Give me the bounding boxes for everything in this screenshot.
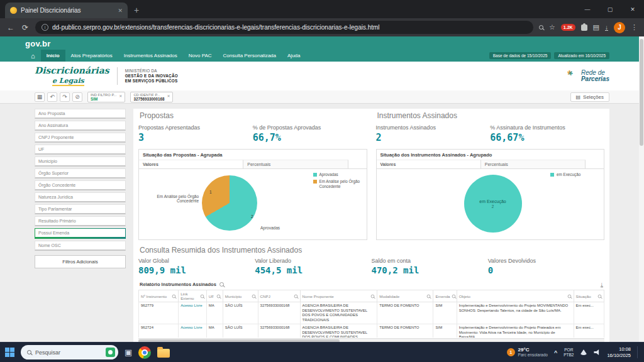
acesso-livre-link[interactable]: Acesso Livre	[179, 324, 207, 337]
sidebar-filter-orgao-concedente[interactable]: Órgão Concedente	[35, 180, 126, 190]
chart-situacao-propostas[interactable]: Situação das Propostas - Agrupada Valore…	[138, 149, 367, 240]
col-situacao[interactable]: Situação	[574, 290, 604, 302]
table-search-icon[interactable]	[219, 282, 224, 287]
step-forward-icon[interactable]: ↷	[60, 92, 70, 102]
weather-widget[interactable]: 1 29°C Parc ensolarado	[507, 347, 548, 358]
file-explorer-icon[interactable]	[157, 349, 170, 358]
table-row[interactable]: 962779 Acesso Livre MA SÃO LUÍS 32756933…	[139, 302, 604, 324]
table-row[interactable]: 962724 Acesso Livre MA SÃO LUÍS 32756933…	[139, 324, 604, 337]
side-panel-icon[interactable]: ▤	[593, 23, 599, 31]
column-search-icon[interactable]	[252, 294, 255, 298]
site-info-icon[interactable]: i	[42, 24, 48, 31]
tab-close-icon[interactable]: ✕	[118, 8, 123, 14]
start-button[interactable]	[5, 348, 14, 357]
selections-button[interactable]: ▤ Seleções	[570, 92, 609, 102]
column-search-icon[interactable]	[172, 294, 176, 298]
kpi-saldo-em-conta[interactable]: Saldo em conta 470,2 mil	[372, 258, 488, 275]
col-cnpj[interactable]: CNPJ	[258, 290, 300, 302]
chart-situacao-instrumentos[interactable]: Situação dos Instrumentos Assinados - Ag…	[376, 149, 605, 240]
filtros-adicionais-button[interactable]: Filtros Adicionais	[35, 255, 126, 268]
nav-instrumentos-assinados[interactable]: Instrumentos Assinados	[118, 50, 183, 62]
kpi-propostas-apresentadas[interactable]: Propostas Apresentadas 3	[138, 124, 253, 143]
sidebar-filter-orgao-superior[interactable]: Órgão Superior	[35, 168, 126, 178]
kpi-instrumentos-assinados[interactable]: Instrumentos Assinados 2	[376, 124, 491, 143]
kpi-assinatura-pct[interactable]: % Assinatura de Instrumentos 66,67%	[490, 124, 604, 143]
nav-atos-preparatorios[interactable]: Atos Preparatórios	[65, 50, 118, 62]
sidebar-filter-possui-emenda[interactable]: Possui Emenda	[35, 228, 126, 239]
table-horizontal-scrollbar[interactable]	[138, 338, 604, 342]
legend-label[interactable]: em Execução	[557, 172, 580, 177]
column-search-icon[interactable]	[452, 294, 455, 298]
task-view-icon[interactable]: ▣	[125, 348, 132, 357]
chip-close-icon[interactable]: ✕	[167, 94, 170, 98]
tab-valores-propostas[interactable]: Valores	[139, 160, 243, 168]
acesso-livre-link[interactable]: Acesso Livre	[179, 302, 207, 324]
volume-icon[interactable]	[594, 349, 601, 355]
kpi-valores-devolvidos[interactable]: Valores Devolvidos 0	[488, 258, 604, 275]
window-close-button[interactable]: ✕	[621, 6, 644, 13]
scrollbar-thumb[interactable]	[138, 339, 340, 342]
column-search-icon[interactable]	[201, 294, 204, 298]
govbr-logo[interactable]: gov.br	[0, 36, 644, 50]
zoom-icon[interactable]	[539, 25, 543, 30]
column-search-icon[interactable]	[371, 294, 375, 298]
sidebar-filter-nome-osc[interactable]: Nome OSC	[35, 241, 126, 251]
sidebar-filter-ano-proposta[interactable]: Ano Proposta	[35, 109, 126, 119]
selections-grid-icon[interactable]: ▦	[35, 92, 45, 102]
sidebar-filter-uf[interactable]: UF	[35, 145, 126, 155]
col-emenda[interactable]: Emenda	[433, 290, 457, 302]
nav-consulta-personalizada[interactable]: Consulta Personalizada	[218, 50, 282, 62]
language-indicator[interactable]: POR PTB2	[564, 348, 574, 358]
col-modalidade[interactable]: Modalidade	[377, 290, 433, 302]
col-municipio[interactable]: Município	[223, 290, 258, 302]
window-maximize-button[interactable]: ▢	[599, 6, 621, 13]
col-objeto[interactable]: Objeto	[457, 290, 574, 302]
taskbar-search[interactable]: Pesquisar	[21, 345, 118, 359]
wifi-icon[interactable]	[580, 349, 587, 355]
legend-label[interactable]: Aprovadas	[319, 172, 338, 177]
profile-avatar[interactable]: J	[614, 22, 625, 33]
url-bar[interactable]: i dd-publico.serpro.gov.br/extensions/tr…	[35, 21, 533, 34]
nav-novo-pac[interactable]: Novo PAC	[183, 50, 218, 62]
sidebar-filter-municipio[interactable]: Município	[35, 156, 126, 167]
download-icon[interactable]: ↓	[605, 25, 608, 31]
column-search-icon[interactable]	[217, 294, 221, 298]
show-desktop-strip[interactable]	[637, 346, 639, 358]
column-search-icon[interactable]	[598, 294, 602, 298]
nav-ajuda[interactable]: Ajuda	[282, 50, 306, 62]
sidebar-filter-resultado-primario[interactable]: Resultado Primário	[35, 216, 126, 226]
window-minimize-button[interactable]: —	[576, 6, 599, 13]
browser-tab[interactable]: Painel Discricionárias ✕	[5, 3, 128, 18]
kpi-valor-liberado[interactable]: Valor Liberado 454,5 mil	[255, 258, 371, 275]
step-back-icon[interactable]: ↶	[47, 92, 57, 102]
chrome-taskbar-icon[interactable]	[138, 346, 151, 359]
filter-chip-ind-filtro[interactable]: IND FILTRO P... SIM ✕	[87, 92, 125, 102]
adblock-badge[interactable]: 1.2K	[561, 24, 575, 31]
chip-close-icon[interactable]: ✕	[119, 94, 122, 98]
col-nome-proponente[interactable]: Nome Proponente	[300, 290, 377, 302]
extensions-puzzle-icon[interactable]	[581, 25, 587, 31]
taskbar-clock[interactable]: 10:08 16/10/2025	[607, 346, 631, 358]
kpi-propostas-aprovadas-pct[interactable]: % de Propostas Aprovadas 66,7%	[253, 124, 367, 143]
home-icon[interactable]: ⌂	[25, 50, 41, 62]
tab-percentuais-instrumentos[interactable]: Percentuais	[481, 160, 586, 168]
bookmark-star-icon[interactable]: ☆	[549, 23, 555, 31]
col-uf[interactable]: UF	[206, 290, 223, 302]
column-search-icon[interactable]	[567, 294, 571, 298]
column-search-icon[interactable]	[427, 294, 431, 298]
col-n-instrumento[interactable]: Nº Instrumento	[139, 290, 179, 302]
tab-valores-instrumentos[interactable]: Valores	[377, 160, 481, 168]
kpi-valor-global[interactable]: Valor Global 809,9 mil	[138, 258, 255, 275]
sidebar-filter-ano-assinatura[interactable]: Ano Assinatura	[35, 121, 126, 131]
sidebar-filter-tipo-parlamentar[interactable]: Tipo Parlamentar	[35, 204, 126, 214]
clear-selections-icon[interactable]: ⊘	[72, 92, 82, 102]
page-scrollbar-thumb[interactable]	[640, 39, 643, 146]
pie-chart-propostas[interactable]	[202, 175, 257, 231]
visual-search-icon[interactable]	[106, 348, 115, 357]
tab-percentuais-propostas[interactable]: Percentuais	[243, 160, 348, 168]
new-tab-button[interactable]: +	[128, 3, 145, 18]
download-report-icon[interactable]: ↓	[601, 282, 604, 287]
hidden-icons-caret[interactable]: ^	[554, 349, 557, 356]
page-scrollbar[interactable]	[639, 36, 644, 342]
sidebar-filter-cnpj-proponente[interactable]: CNPJ Proponente	[35, 133, 126, 143]
